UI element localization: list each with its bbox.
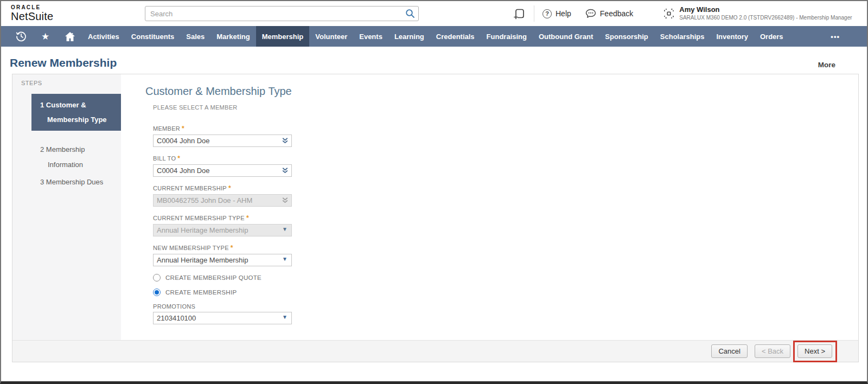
nav-tab-inventory[interactable]: Inventory — [710, 26, 754, 47]
create-membership-option: CREATE MEMBERSHIP — [153, 289, 292, 296]
search-icon[interactable] — [405, 9, 415, 18]
help-label: Help — [556, 9, 571, 18]
promotions-input[interactable] — [153, 312, 292, 324]
nav-tab-events[interactable]: Events — [353, 26, 388, 47]
promotions-field-group: PROMOTIONS ▼ — [153, 303, 292, 324]
steps-sidebar: STEPS 1 Customer & Membership Type 2 Mem… — [12, 74, 121, 341]
current-membership-type-label: CURRENT MEMBERSHIP TYPE* — [153, 214, 292, 222]
create-membership-radio[interactable] — [153, 289, 161, 296]
back-button: < Back — [755, 344, 790, 358]
netsuite-logo[interactable]: ORACLE NetSuite — [11, 4, 53, 23]
step-2-membership-information[interactable]: 2 Membership Information — [40, 142, 121, 172]
nav-overflow-icon[interactable]: ••• — [831, 26, 840, 47]
more-button[interactable]: More — [818, 61, 835, 69]
current-membership-input — [153, 194, 292, 207]
next-button[interactable]: Next > — [797, 344, 832, 358]
current-membership-type-field-group: CURRENT MEMBERSHIP TYPE* ▼ — [153, 214, 292, 236]
home-icon[interactable] — [58, 26, 82, 47]
help-menu[interactable]: ? Help — [542, 9, 571, 18]
logo-netsuite-text: NetSuite — [11, 10, 53, 23]
create-membership-quote-label: CREATE MEMBERSHIP QUOTE — [165, 274, 261, 281]
global-search — [145, 6, 419, 21]
double-chevron-icon — [282, 197, 289, 204]
change-role-icon[interactable] — [663, 8, 674, 19]
feedback-bubble-icon — [585, 9, 596, 18]
header-divider — [534, 5, 534, 22]
recent-records-icon[interactable] — [9, 26, 33, 47]
user-account-role: SARALUX M360 DEMO 2.0 (TSTDRV2662489) - … — [679, 15, 852, 22]
bill-to-select[interactable] — [153, 164, 292, 177]
nav-tab-constituents[interactable]: Constituents — [125, 26, 180, 47]
bill-to-field-group: BILL TO* — [153, 155, 292, 177]
nav-tab-membership[interactable]: Membership — [256, 26, 310, 47]
wizard-footer: Cancel < Back Next > — [12, 340, 858, 362]
current-membership-select — [153, 194, 292, 207]
current-membership-type-input — [153, 224, 292, 236]
page-title: Renew Membership — [10, 56, 117, 69]
promotions-label: PROMOTIONS — [153, 303, 292, 310]
next-button-highlight-wrap: Next > — [797, 344, 832, 358]
create-membership-quote-radio[interactable] — [153, 274, 161, 281]
create-membership-quote-option: CREATE MEMBERSHIP QUOTE — [153, 274, 292, 281]
feedback-label: Feedback — [600, 9, 633, 18]
form-subheading: PLEASE SELECT A MEMBER — [153, 104, 513, 111]
header-right-cluster: ? Help Feedback — [510, 1, 852, 26]
user-menu[interactable]: Amy Wilson SARALUX M360 DEMO 2.0 (TSTDRV… — [679, 5, 852, 22]
bill-to-input[interactable] — [153, 164, 292, 177]
new-membership-type-label: NEW MEMBERSHIP TYPE* — [153, 244, 292, 252]
nav-tab-orders[interactable]: Orders — [754, 26, 789, 47]
nav-tab-scholarships[interactable]: Scholarships — [654, 26, 711, 47]
step-3-membership-dues[interactable]: 3 Membership Dues — [40, 175, 121, 190]
new-membership-type-input[interactable] — [153, 254, 292, 266]
nav-tab-marketing[interactable]: Marketing — [210, 26, 256, 47]
nav-tab-sales[interactable]: Sales — [180, 26, 210, 47]
main-nav-bar: ★ Activities Constituents Sales Marketin… — [1, 26, 867, 47]
bill-to-label: BILL TO* — [153, 155, 292, 162]
new-membership-type-dropdown[interactable]: ▼ — [153, 254, 292, 266]
feedback-menu[interactable]: Feedback — [585, 9, 633, 18]
nav-tab-fundraising[interactable]: Fundraising — [481, 26, 533, 47]
step-1-customer-membership-type[interactable]: 1 Customer & Membership Type — [31, 94, 121, 131]
help-icon: ? — [542, 9, 552, 18]
nav-tab-activities[interactable]: Activities — [82, 26, 125, 47]
nav-tab-volunteer[interactable]: Volunteer — [309, 26, 353, 47]
required-asterisk: * — [182, 125, 184, 132]
nav-tab-outbound-grant[interactable]: Outbound Grant — [533, 26, 599, 47]
member-input[interactable] — [153, 135, 292, 147]
search-input[interactable] — [145, 6, 419, 21]
required-asterisk: * — [246, 214, 249, 222]
new-membership-type-field-group: NEW MEMBERSHIP TYPE* ▼ — [153, 244, 292, 266]
member-select[interactable] — [153, 135, 292, 147]
quick-add-icon[interactable] — [513, 8, 525, 20]
required-asterisk: * — [228, 184, 231, 192]
user-name: Amy Wilson — [679, 5, 852, 14]
required-asterisk: * — [177, 155, 180, 162]
renew-membership-panel: STEPS 1 Customer & Membership Type 2 Mem… — [12, 74, 859, 362]
shortcuts-star-icon[interactable]: ★ — [33, 26, 58, 47]
member-field-group: MEMBER* — [153, 125, 292, 147]
form-heading: Customer & Membership Type — [145, 85, 513, 98]
double-chevron-icon[interactable] — [282, 137, 289, 144]
current-membership-field-group: CURRENT MEMBERSHIP* — [153, 184, 292, 207]
nav-tab-credentials[interactable]: Credentials — [430, 26, 481, 47]
member-label: MEMBER* — [153, 125, 292, 132]
create-membership-label: CREATE MEMBERSHIP — [165, 289, 237, 296]
required-asterisk: * — [231, 244, 233, 252]
steps-heading: STEPS — [21, 80, 42, 86]
promotions-dropdown[interactable]: ▼ — [153, 312, 292, 324]
wizard-form: Customer & Membership Type PLEASE SELECT… — [133, 85, 513, 332]
nav-tab-sponsorship[interactable]: Sponsorship — [599, 26, 654, 47]
cancel-button[interactable]: Cancel — [711, 344, 747, 358]
top-header: ORACLE NetSuite ? Help — [1, 1, 867, 26]
double-chevron-icon[interactable] — [282, 167, 289, 174]
nav-tab-learning[interactable]: Learning — [388, 26, 430, 47]
current-membership-type-dropdown: ▼ — [153, 224, 292, 236]
logo-oracle-text: ORACLE — [11, 4, 53, 10]
current-membership-label: CURRENT MEMBERSHIP* — [153, 184, 292, 192]
